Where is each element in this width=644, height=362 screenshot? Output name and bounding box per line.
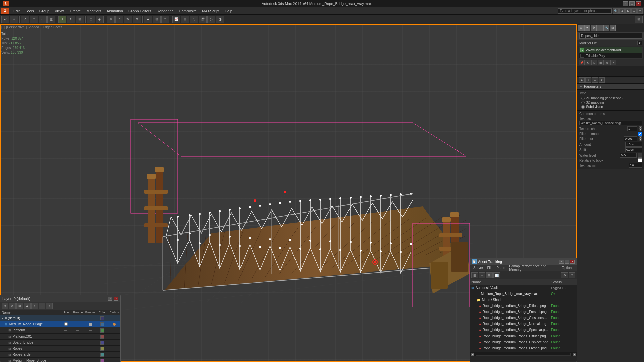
layer-tool-6[interactable]: ↓ xyxy=(39,303,45,309)
radio-3d[interactable]: 3D mapping xyxy=(579,100,642,105)
asset-menu-options[interactable]: Options xyxy=(560,266,575,270)
select-region[interactable]: ▭ xyxy=(39,16,47,23)
asset-tool-r2[interactable]: ? xyxy=(569,272,575,278)
panel-icon-3[interactable]: ⚙ xyxy=(591,25,597,31)
render-button[interactable]: ▷ xyxy=(207,16,215,23)
mod-show-end[interactable]: ⊡ xyxy=(591,60,597,65)
panel-icon-2[interactable]: ✦ xyxy=(584,25,590,31)
asset-tool-1[interactable]: ▦ xyxy=(471,272,478,278)
asset-tool-r1[interactable]: ⚙ xyxy=(561,272,568,278)
radio-subdiv[interactable]: Subdivision xyxy=(579,105,642,109)
rotate-tool[interactable]: ↻ xyxy=(67,16,75,23)
close-button[interactable]: ✕ xyxy=(636,1,641,6)
asset-row-fresnel[interactable]: ■ Rope_bridge_medium_Bridge_Fresnel.png … xyxy=(470,309,577,315)
asset-menu-file[interactable]: File xyxy=(485,266,494,270)
help-icon[interactable]: ? xyxy=(637,8,643,14)
filter-texmap-check[interactable] xyxy=(638,132,642,136)
modifier-editable-poly[interactable]: Editable Poly xyxy=(579,53,642,58)
mod-remove[interactable]: ✕ xyxy=(610,60,616,65)
select-tool[interactable]: ↗ xyxy=(21,16,29,23)
reference-coord[interactable]: ⊡ xyxy=(87,16,95,23)
radio-subdiv-btn[interactable] xyxy=(581,105,585,109)
menu-edit[interactable]: Edit xyxy=(11,8,22,14)
menu-tools[interactable]: Tools xyxy=(22,8,37,14)
texmap-value[interactable]: vedium_Ropes_Displace.png) xyxy=(579,121,642,125)
filter-blur-input[interactable] xyxy=(624,136,637,141)
menu-create[interactable]: Create xyxy=(67,8,84,14)
object-name-input[interactable]: Ropes_side xyxy=(579,33,642,39)
mirror-tool[interactable]: ⇌ xyxy=(144,16,152,23)
curve-editor[interactable]: 📈 xyxy=(172,16,180,23)
spinner-snap[interactable]: ⊗ xyxy=(133,16,141,23)
menu-group[interactable]: Group xyxy=(37,8,52,14)
asset-hscroll[interactable]: ◀ ▶ xyxy=(470,352,577,356)
layer-tool-4[interactable]: ▲ xyxy=(24,303,31,309)
select-by-name[interactable]: □ xyxy=(30,16,38,23)
asset-row-specular[interactable]: ■ Rope_bridge_medium_Bridge_Specular.png… xyxy=(470,327,577,333)
layer-tool-3[interactable]: ⊞ xyxy=(16,303,23,309)
modifier-vray[interactable]: ● VRayDisplacementMod xyxy=(579,47,642,53)
mod-show-result[interactable]: ▦ xyxy=(598,60,604,65)
menu-modifiers[interactable]: Modifiers xyxy=(84,8,104,14)
parameters-header[interactable]: ▼ Parameters xyxy=(577,84,644,90)
radio-3d-btn[interactable] xyxy=(581,101,585,104)
mod-arrow-down[interactable]: ▼ xyxy=(599,77,605,83)
asset-row-maxfile[interactable]: ⊡ Medium_Rope_Bridge_max_vray.max Ok xyxy=(470,291,577,297)
menu-animation[interactable]: Animation xyxy=(104,8,126,14)
asset-menu-paths[interactable]: Paths xyxy=(495,266,507,270)
material-editor[interactable]: ⬡ xyxy=(190,16,198,23)
shift-input[interactable] xyxy=(625,147,642,152)
asset-row-rdiffuse[interactable]: ■ Rope_bridge_medium_Ropes_Diffuse.png F… xyxy=(470,333,577,339)
asset-row-rdisplace[interactable]: ■ Rope_bridge_medium_Ropes_Displace.png … xyxy=(470,339,577,345)
mod-pin[interactable]: 📌 xyxy=(579,60,585,65)
layer-row-platform001[interactable]: ⊡ Platform.001 — — — xyxy=(0,334,120,340)
menu-maxscript[interactable]: MAXScript xyxy=(199,8,222,14)
texmap-min-input[interactable] xyxy=(629,163,642,168)
layers-help[interactable]: ? xyxy=(108,297,112,301)
layer-row-platform[interactable]: ⊡ Platform — — — xyxy=(0,327,120,334)
menu-graph-editors[interactable]: Graph Editors xyxy=(126,8,154,14)
panel-icon-6[interactable]: ⊡ xyxy=(610,25,616,31)
water-level-check[interactable]: □ xyxy=(638,153,642,158)
undo-button[interactable]: ↩ xyxy=(1,16,9,23)
scale-tool[interactable]: ⊞ xyxy=(76,16,84,23)
radio-2d[interactable]: 2D mapping (landscape) xyxy=(579,96,642,100)
radio-2d-btn[interactable] xyxy=(581,97,585,100)
mod-sub-object[interactable]: ↕ xyxy=(585,77,591,83)
window-crossing[interactable]: ◫ xyxy=(47,16,55,23)
asset-minimize[interactable]: − xyxy=(559,260,564,264)
spin-down[interactable]: ▼ xyxy=(639,129,642,131)
mrb-hide[interactable] xyxy=(64,322,68,326)
mod-arrow-up[interactable]: ▲ xyxy=(592,77,598,83)
menu-help[interactable]: Help xyxy=(222,8,235,14)
percent-snap[interactable]: % xyxy=(124,16,132,23)
panel-icon-1[interactable]: ⊞ xyxy=(578,25,584,31)
spin-up[interactable]: ▲ xyxy=(639,126,642,129)
schematic-view[interactable]: ⊞ xyxy=(181,16,189,23)
panel-icon-5[interactable]: 🔧 xyxy=(603,25,609,31)
search-prev[interactable]: ◀ xyxy=(619,8,625,14)
texture-chan-input[interactable] xyxy=(627,126,637,131)
align-tool[interactable]: ⊟ xyxy=(153,16,161,23)
modifier-dropdown[interactable]: ▼ xyxy=(637,41,642,45)
snap-toggle[interactable]: ⊕ xyxy=(107,16,115,23)
search-next[interactable]: ▶ xyxy=(625,8,631,14)
asset-row-diffuse[interactable]: ■ Rope_bridge_medium_Bridge_Diffuse.png … xyxy=(470,303,577,309)
asset-tool-4[interactable]: 📊 xyxy=(493,272,500,278)
filter-blur-spinner[interactable]: ▲ ▼ xyxy=(639,136,642,141)
layer-row-mrb2[interactable]: ⊡ Medium_Rope_Bridge — — — xyxy=(0,358,120,362)
menu-views[interactable]: Views xyxy=(52,8,67,14)
bookmark-icon[interactable]: ★ xyxy=(631,8,637,14)
water-level-input[interactable] xyxy=(620,153,637,158)
layer-row-ropes-side[interactable]: ⊡ Ropes_side — — — xyxy=(0,352,120,358)
hscroll-thumb[interactable] xyxy=(476,353,571,356)
asset-maximize[interactable]: □ xyxy=(565,260,569,264)
layer-row-ropes[interactable]: ⊡ Ropes — — — xyxy=(0,346,120,352)
layer-tool-7[interactable]: ↕ xyxy=(46,303,53,309)
mod-active-inactive[interactable]: ⊗ xyxy=(604,60,610,65)
search-button[interactable]: 🔍 xyxy=(613,8,619,14)
amount-input[interactable] xyxy=(625,142,642,147)
asset-menu-bitmap[interactable]: Bitmap Performance and Memory xyxy=(507,264,559,272)
asset-row-rfresnel[interactable]: ■ Rope_bridge_medium_Ropes_Fresnel.png F… xyxy=(470,345,577,351)
layer-tool-1[interactable]: ⊕ xyxy=(2,303,8,309)
